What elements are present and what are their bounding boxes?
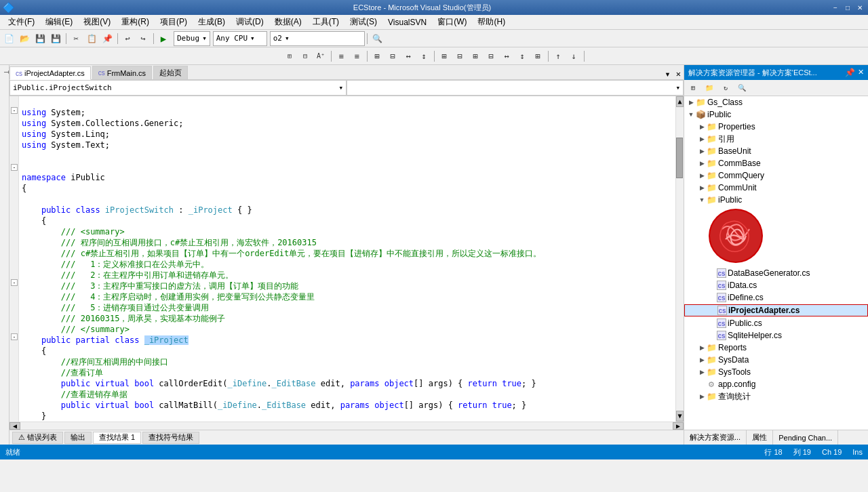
snap-btn2[interactable]: ⊟	[452, 49, 467, 64]
align-left[interactable]: ≡	[334, 49, 349, 64]
debug-config-dropdown[interactable]: Debug ▾	[174, 31, 210, 46]
scroll-left[interactable]: ◀	[9, 422, 20, 430]
tree-item-dbgenerator[interactable]: ▶ cs DataBaseGenerator.cs	[684, 267, 868, 279]
rbtab-solution[interactable]: 解决方案资源...	[684, 430, 747, 445]
tree-item-iprojectadapter[interactable]: ▶ cs iProjectAdapter.cs	[684, 304, 868, 316]
sol-props-btn[interactable]: ⊞	[686, 81, 701, 96]
code-editor[interactable]: using System; using System.Collections.G…	[19, 96, 675, 422]
collapse-marker-3[interactable]: -	[11, 279, 18, 286]
format-btn1[interactable]: ⊞	[282, 49, 297, 64]
tree-item-sysdata[interactable]: ▶ 📁 SysData	[684, 354, 868, 366]
platform-dropdown[interactable]: Any CPU ▾	[213, 31, 267, 46]
tab-output[interactable]: 输出	[64, 432, 92, 444]
tab-close-button[interactable]: ✕	[676, 69, 681, 79]
paste-btn[interactable]: 📌	[100, 31, 115, 46]
tab-frmmain[interactable]: cs FrmMain.cs	[92, 66, 152, 79]
snap-btn3[interactable]: ⊞	[468, 49, 483, 64]
undo-btn[interactable]: ↩	[120, 31, 135, 46]
menu-help[interactable]: 帮助(H)	[472, 15, 511, 29]
copy-btn[interactable]: 📋	[84, 31, 99, 46]
align-center[interactable]: ≡	[349, 49, 364, 64]
tree-item-communit[interactable]: ▶ 📁 CommUnit	[684, 182, 868, 194]
member-dropdown[interactable]: ▾	[347, 80, 684, 96]
tree-item-sqlitehelper[interactable]: ▶ cs SqliteHelper.cs	[684, 329, 868, 342]
tree-item-idefine[interactable]: ▶ cs iDefine.cs	[684, 291, 868, 304]
menu-debug[interactable]: 调试(D)	[231, 15, 269, 29]
tab-errors[interactable]: ⚠ 错误列表	[12, 432, 63, 444]
tree-item-appconfig[interactable]: ▶ ⚙ app.config	[684, 378, 868, 390]
collapse-marker-1[interactable]: -	[11, 107, 18, 114]
new-btn[interactable]: 📄	[1, 31, 16, 46]
menu-refactor[interactable]: 重构(R)	[116, 15, 155, 29]
tab-findresults[interactable]: 查找结果 1	[93, 432, 141, 444]
toolbox-label[interactable]: T	[0, 68, 9, 77]
menu-file[interactable]: 文件(F)	[3, 15, 40, 29]
tree-item-image[interactable]	[684, 206, 868, 267]
menu-project[interactable]: 项目(P)	[155, 15, 193, 29]
tree-item-querystat[interactable]: ▶ 📁 查询统计	[684, 390, 868, 403]
z-btn2[interactable]: ↓	[566, 49, 581, 64]
tree-item-reports[interactable]: ▶ 📁 Reports	[684, 342, 868, 354]
cut-btn[interactable]: ✂	[68, 31, 83, 46]
menu-svn[interactable]: VisualSVN	[382, 15, 432, 29]
find-btn[interactable]: 🔍	[370, 31, 385, 46]
vertical-scrollbar[interactable]: ▲ ▼	[675, 96, 684, 422]
redo-btn[interactable]: ↪	[136, 31, 151, 46]
menu-test[interactable]: 测试(S)	[344, 15, 382, 29]
menu-data[interactable]: 数据(A)	[269, 15, 307, 29]
sol-refresh-btn[interactable]: ↻	[718, 81, 733, 96]
z-btn1[interactable]: ↑	[551, 49, 566, 64]
snap-btn5[interactable]: ↔	[499, 49, 514, 64]
scroll-right[interactable]: ▶	[673, 422, 684, 430]
menu-edit[interactable]: 编辑(E)	[40, 15, 78, 29]
open-btn[interactable]: 📂	[17, 31, 32, 46]
rbtab-properties[interactable]: 属性	[747, 430, 773, 445]
menu-view[interactable]: 视图(V)	[78, 15, 116, 29]
tree-item-systools[interactable]: ▶ 📁 SysTools	[684, 366, 868, 378]
collapse-marker-4[interactable]: -	[11, 333, 18, 340]
format-btn3[interactable]: A⁺	[313, 49, 328, 64]
close-button[interactable]: ✕	[854, 3, 865, 12]
minimize-button[interactable]: −	[830, 3, 841, 12]
snap-btn7[interactable]: ⊞	[530, 49, 545, 64]
solution-close[interactable]: ✕	[858, 68, 864, 77]
sol-showall-btn[interactable]: 📁	[702, 81, 717, 96]
maximize-button[interactable]: □	[842, 3, 853, 12]
tree-item-ipublic-project[interactable]: ▼ 📦 iPublic	[684, 108, 868, 121]
run-btn[interactable]: ▶	[156, 31, 171, 46]
sol-filter-btn[interactable]: 🔍	[734, 81, 749, 96]
tree-item-idata[interactable]: ▶ cs iData.cs	[684, 279, 868, 291]
tree-item-gsclass[interactable]: ▶ 📁 Gs_Class	[684, 96, 868, 108]
tree-item-properties[interactable]: ▶ 📁 Properties	[684, 121, 868, 133]
tab-dropdown-button[interactable]: ▾	[665, 68, 670, 79]
align-btn6[interactable]: ↕	[416, 49, 431, 64]
tab-startpage[interactable]: 起始页	[153, 66, 188, 79]
rbtab-pending[interactable]: Pending Chan...	[773, 430, 838, 445]
tree-item-ipublic-folder[interactable]: ▼ 📁 iPublic	[684, 194, 868, 206]
snap-btn6[interactable]: ↕	[515, 49, 530, 64]
format-btn2[interactable]: ⊟	[298, 49, 313, 64]
tab-findsymbol[interactable]: 查找符号结果	[142, 432, 199, 444]
menu-build[interactable]: 生成(B)	[193, 15, 231, 29]
align-btn3[interactable]: ⊞	[370, 49, 384, 64]
menu-window[interactable]: 窗口(W)	[432, 15, 472, 29]
save-all-btn[interactable]: 💾	[48, 31, 63, 46]
scroll-thumb[interactable]	[676, 138, 683, 178]
menu-tools[interactable]: 工具(T)	[307, 15, 344, 29]
scroll-down[interactable]: ▼	[676, 411, 684, 422]
tree-item-references[interactable]: ▶ 📁 引用	[684, 133, 868, 145]
align-btn5[interactable]: ↔	[401, 49, 416, 64]
snap-btn4[interactable]: ⊟	[484, 49, 498, 64]
save-btn[interactable]: 💾	[33, 31, 47, 46]
horizontal-scrollbar[interactable]: ◀ ▶	[9, 422, 684, 430]
snap-btn1[interactable]: ⊞	[437, 49, 452, 64]
scroll-up[interactable]: ▲	[676, 96, 684, 107]
tree-item-ipubliccs[interactable]: ▶ cs iPublic.cs	[684, 317, 868, 329]
tree-item-commbase[interactable]: ▶ 📁 CommBase	[684, 157, 868, 169]
solution-pin[interactable]: 📌	[845, 68, 855, 77]
tab-iprojectadapter[interactable]: cs iProjectAdapter.cs	[9, 66, 91, 80]
align-btn4[interactable]: ⊟	[385, 49, 400, 64]
target-dropdown[interactable]: o2 ▾	[270, 31, 365, 46]
collapse-marker-2[interactable]: -	[11, 164, 18, 171]
tree-item-baseunit[interactable]: ▶ 📁 BaseUnit	[684, 145, 868, 157]
